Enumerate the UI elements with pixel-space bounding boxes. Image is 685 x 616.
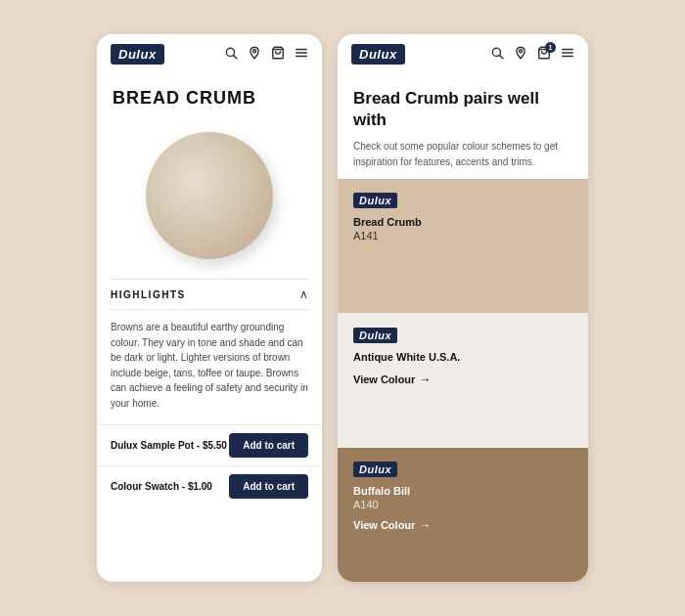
left-nav-icons <box>224 46 308 63</box>
colour-name-1: Bread Crumb <box>353 216 572 228</box>
colour-card-bread-crumb: Dulux Bread Crumb A141 <box>338 179 588 313</box>
highlights-label: HIGHLIGHTS <box>111 289 186 300</box>
paint-blob <box>146 132 273 259</box>
view-colour-text-antique: View Colour <box>353 374 415 385</box>
dulux-logo-left: Dulux <box>111 44 164 65</box>
sample-pot-label: Dulux Sample Pot - $5.50 <box>111 440 227 451</box>
menu-icon-left[interactable] <box>295 46 308 63</box>
dulux-logo-right: Dulux <box>351 44 405 65</box>
add-to-cart-swatch-button[interactable]: Add to cart <box>229 474 308 499</box>
colour-card-antique-white: Dulux Antique White U.S.A. View Colour → <box>338 314 588 448</box>
colour-code-1: A141 <box>353 230 572 242</box>
colour-name-3: Buffalo Bill <box>353 485 572 497</box>
left-nav-bar: Dulux <box>97 34 322 74</box>
product-title: BREAD CRUMB <box>113 88 306 109</box>
pairs-header: Bread Crumb pairs well with Check out so… <box>338 74 588 179</box>
view-colour-link-antique[interactable]: View Colour → <box>353 373 431 386</box>
swatch-label: Colour Swatch - $1.00 <box>111 481 212 492</box>
right-nav-icons: 1 <box>490 46 574 63</box>
arrow-right-icon-antique: → <box>419 373 431 386</box>
svg-line-8 <box>500 56 503 59</box>
search-icon[interactable] <box>224 46 238 63</box>
chevron-up-icon: ∧ <box>299 287 308 301</box>
svg-point-2 <box>253 50 256 53</box>
right-nav-bar: Dulux 1 <box>338 34 588 74</box>
view-colour-link-buffalo[interactable]: View Colour → <box>353 518 431 532</box>
cart-icon-right[interactable]: 1 <box>537 46 551 63</box>
cart-icon-left[interactable] <box>271 46 285 63</box>
pairs-subtitle: Check out some popular colour schemes to… <box>353 139 572 169</box>
cart-row-swatch: Colour Swatch - $1.00 Add to cart <box>97 465 322 506</box>
cart-badge-count: 1 <box>545 42 556 53</box>
arrow-right-icon-buffalo: → <box>419 518 431 532</box>
colour-card-buffalo-bill: Dulux Buffalo Bill A140 View Colour → <box>338 448 588 582</box>
location-icon-right[interactable] <box>514 46 527 63</box>
product-title-section: BREAD CRUMB <box>97 74 322 116</box>
dulux-logo-card-1: Dulux <box>353 193 397 208</box>
dulux-logo-card-3: Dulux <box>353 462 397 477</box>
menu-icon-right[interactable] <box>561 46 574 63</box>
add-to-cart-sample-button[interactable]: Add to cart <box>229 433 308 458</box>
view-colour-text-buffalo: View Colour <box>353 519 415 531</box>
dulux-logo-card-2: Dulux <box>353 328 397 343</box>
left-phone: Dulux BREAD CRUMB <box>97 34 322 582</box>
highlights-section: HIGHLIGHTS ∧ Browns are a beautiful eart… <box>97 279 322 424</box>
highlights-header[interactable]: HIGHLIGHTS ∧ <box>111 279 308 310</box>
cart-row-sample: Dulux Sample Pot - $5.50 Add to cart <box>97 424 322 465</box>
pairs-title: Bread Crumb pairs well with <box>353 88 572 131</box>
svg-line-1 <box>234 56 237 59</box>
colour-code-3: A140 <box>353 499 572 510</box>
paint-blob-container <box>97 116 322 279</box>
right-phone: Dulux 1 Bread Crumb pairs well with <box>338 34 588 582</box>
svg-point-9 <box>520 50 523 53</box>
colour-name-2: Antique White U.S.A. <box>353 351 572 363</box>
highlights-text: Browns are a beautiful earthy grounding … <box>111 310 308 424</box>
search-icon-right[interactable] <box>490 46 504 63</box>
location-icon[interactable] <box>248 46 261 63</box>
phones-container: Dulux BREAD CRUMB <box>77 15 608 601</box>
